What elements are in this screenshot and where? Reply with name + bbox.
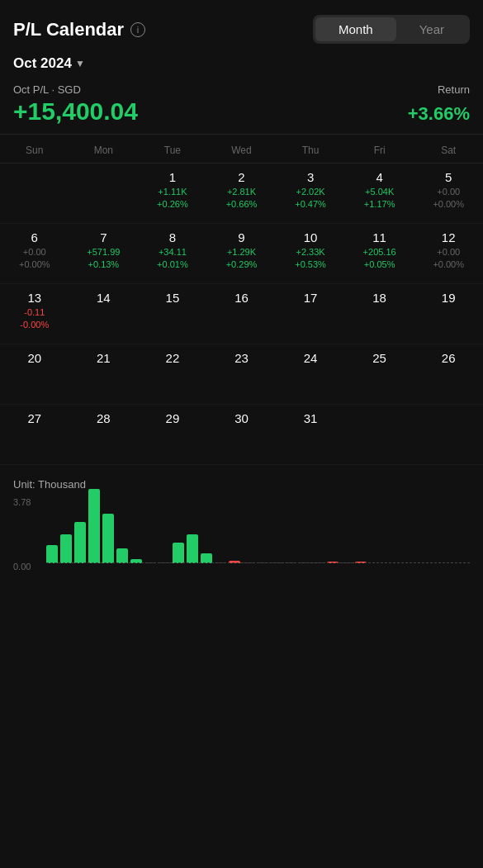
day-number: 21 [97,351,111,365]
day-cell-6[interactable]: 6+0.00+0.00% [0,224,69,283]
chart-bar-9 [173,543,184,563]
page-title: P/L Calendar [13,19,124,40]
day-number: 25 [372,351,386,365]
day-number: 18 [372,291,386,305]
day-number: 31 [304,411,318,425]
day-cell-1[interactable]: 1+1.11K+0.26% [138,164,207,223]
day-cell-15[interactable]: 15 [138,284,207,344]
day-number: 0 [31,170,38,184]
year-toggle-button[interactable]: Year [396,17,467,41]
day-number: 20 [27,351,41,365]
day-number: 16 [234,291,249,305]
day-pl-percent: +0.05% [364,259,395,271]
chart-bar-1 [60,534,72,563]
pl-amount: +15,400.04 [13,97,138,126]
day-cell-17[interactable]: 17 [276,284,345,344]
day-number: 28 [97,411,111,425]
day-cell-14[interactable]: 14 [69,284,139,344]
chart-bar-10 [187,534,198,563]
day-cell-7[interactable]: 7+571.99+0.13% [69,224,139,283]
day-cell-18[interactable]: 18 [345,284,414,344]
day-number: 23 [234,351,249,365]
calendar-weeks: 001+1.11K+0.26%2+2.81K+0.66%3+2.02K+0.47… [0,164,483,465]
chart-bar-4 [102,514,114,563]
chart-baseline [46,562,470,563]
view-toggle: Month Year [313,15,470,44]
day-cell-21[interactable]: 21 [69,344,139,404]
day-cell-empty: 0 [345,405,414,464]
day-cell-31[interactable]: 31 [276,405,345,464]
chart-zero-label: 0.00 [13,562,43,572]
day-number: 12 [442,230,456,244]
day-cell-19[interactable]: 19 [414,284,483,344]
day-cell-30[interactable]: 30 [207,405,277,464]
day-number: 2 [238,170,244,184]
day-cell-2[interactable]: 2+2.81K+0.66% [207,164,277,223]
chart-max-label: 3.78 [13,497,43,507]
day-number: 30 [234,411,249,425]
day-cell-empty: 0 [69,164,139,223]
day-header-fri: Fri [345,141,414,159]
day-cell-10[interactable]: 10+2.33K+0.53% [276,224,345,283]
day-number: 9 [238,230,244,244]
day-cell-16[interactable]: 16 [207,284,277,344]
chart-section: Unit: Thousand 3.78 0.00 [0,465,483,580]
pl-value-row: +15,400.04 +3.66% [13,97,470,126]
day-cell-28[interactable]: 28 [69,405,139,464]
day-number: 6 [31,230,38,244]
day-pl-value: +2.02K [296,186,324,198]
day-header-mon: Mon [69,141,139,159]
day-pl-percent: +0.66% [226,198,258,211]
day-cell-empty: 0 [414,405,483,464]
day-pl-percent: +0.00% [433,259,464,271]
day-cell-25[interactable]: 25 [345,344,414,404]
chevron-down-icon: ▼ [75,58,85,69]
day-number: 15 [166,291,180,305]
day-header-tue: Tue [138,141,207,159]
day-number: 4 [376,170,382,184]
day-pl-value: +34.11 [159,246,187,259]
day-number: 14 [97,291,111,305]
day-cell-27[interactable]: 27 [0,405,69,464]
month-toggle-button[interactable]: Month [315,17,396,41]
day-cell-9[interactable]: 9+1.29K+0.29% [207,224,277,283]
return-label: Return [438,83,470,96]
day-number: 0 [445,411,452,425]
day-cell-23[interactable]: 23 [207,344,277,404]
day-cell-11[interactable]: 11+205.16+0.05% [345,224,414,283]
day-number: 3 [307,170,314,184]
day-pl-percent: -0.00% [20,319,49,331]
date-label: Oct 2024 [13,55,72,72]
day-cell-4[interactable]: 4+5.04K+1.17% [345,164,414,223]
day-cell-3[interactable]: 3+2.02K+0.47% [276,164,345,223]
date-selector[interactable]: Oct 2024 ▼ [13,55,85,72]
pl-label-row: Oct P/L · SGD Return [13,83,470,96]
day-cell-22[interactable]: 22 [138,344,207,404]
day-header-sat: Sat [414,141,483,159]
chart-bar-0 [46,545,58,563]
info-icon[interactable]: i [130,22,145,37]
chart-unit-label: Unit: Thousand [13,478,470,491]
day-cell-empty: 0 [0,164,69,223]
day-cell-8[interactable]: 8+34.11+0.01% [138,224,207,283]
header-left: P/L Calendar i [13,19,145,40]
day-number: 0 [376,411,382,425]
header: P/L Calendar i Month Year [0,0,483,52]
day-cell-29[interactable]: 29 [138,405,207,464]
day-cell-26[interactable]: 26 [414,344,483,404]
day-pl-value: +205.16 [363,246,396,259]
day-cell-24[interactable]: 24 [276,344,345,404]
day-header-wed: Wed [207,141,277,159]
day-cell-5[interactable]: 5+0.00+0.00% [414,164,483,223]
calendar-grid: Sun Mon Tue Wed Thu Fri Sat 001+1.11K+0.… [0,135,483,465]
day-pl-percent: +1.17% [364,198,395,211]
day-pl-value: +1.11K [158,186,187,198]
day-pl-value: +1.29K [227,246,256,259]
day-header-thu: Thu [276,141,345,159]
day-cell-12[interactable]: 12+0.00+0.00% [414,224,483,283]
day-cell-13[interactable]: 13-0.11-0.00% [0,284,69,344]
chart-bar-3 [88,489,100,563]
day-pl-percent: +0.01% [157,259,188,271]
day-pl-percent: +0.00% [19,259,50,271]
day-cell-20[interactable]: 20 [0,344,69,404]
